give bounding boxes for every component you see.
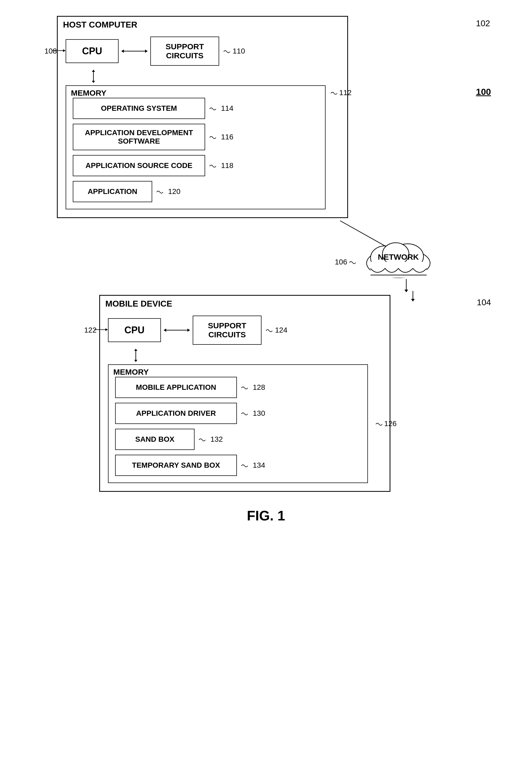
app-box: APPLICATION <box>73 181 152 202</box>
svg-marker-1 <box>63 49 66 52</box>
support-ref-host: 110 <box>223 47 245 55</box>
memory-box-mobile: MEMORY 126 MOBILE APPLICATION <box>108 364 368 483</box>
host-computer-label: HOST COMPUTER <box>63 20 137 30</box>
temp-sandbox-row: TEMPORARY SAND BOX 134 <box>115 455 361 476</box>
svg-marker-3 <box>121 50 124 53</box>
ref122-arrow <box>94 327 108 332</box>
mobile-device-box: MOBILE DEVICE 122 CPU <box>99 295 390 492</box>
tilde-124 <box>265 328 273 333</box>
tilde-132 <box>199 437 206 442</box>
app-row: APPLICATION 120 <box>73 181 318 202</box>
memory-items-mobile: MOBILE APPLICATION 128 APPLICATION DRIVE… <box>115 377 361 476</box>
tilde-106 <box>349 260 357 265</box>
svg-marker-7 <box>92 81 95 83</box>
v-arrow-down-mobile <box>409 291 417 302</box>
app-driver-row: APPLICATION DRIVER 130 <box>115 403 361 424</box>
mobile-device-container: MOBILE DEVICE 122 CPU <box>99 295 390 492</box>
h-double-arrow-mobile <box>164 326 190 334</box>
tilde-110 <box>223 48 231 54</box>
cpu-box-host: CPU <box>66 39 119 63</box>
memory-box-host: MEMORY 112 OPERATING SYSTEM <box>66 85 326 209</box>
network-label: NETWORK <box>378 253 419 262</box>
memory-items-host: OPERATING SYSTEM 114 APPLICATION DEVELOP… <box>73 98 318 202</box>
sandbox-row: SAND BOX 132 <box>115 429 361 450</box>
svg-marker-21 <box>105 328 108 331</box>
network-cloud-container: NETWORK 106 <box>361 234 435 283</box>
cpu-memory-arrow-mobile <box>132 349 382 363</box>
network-section: NETWORK 106 <box>49 218 499 292</box>
os-row: OPERATING SYSTEM 114 <box>73 98 318 119</box>
tilde-120 <box>156 189 164 194</box>
mobile-top-row: 122 CPU <box>108 316 382 345</box>
svg-marker-4 <box>145 50 148 53</box>
tilde-128 <box>241 385 249 390</box>
sandbox-box: SAND BOX <box>115 429 195 450</box>
tilde-134 <box>241 463 249 468</box>
memory-ref-host: 112 <box>330 88 352 97</box>
tilde-118 <box>209 163 217 168</box>
svg-marker-23 <box>164 329 166 332</box>
ref-100-label: 100 <box>476 87 491 97</box>
right-labels-top: 102 100 <box>476 19 491 97</box>
app-driver-box: APPLICATION DRIVER <box>115 403 237 424</box>
tilde-130 <box>241 411 249 416</box>
svg-marker-11 <box>404 290 408 292</box>
tilde-114 <box>209 106 217 111</box>
network-ref-label: 106 <box>335 258 357 266</box>
bottom-section: MOBILE DEVICE 122 CPU <box>41 292 491 492</box>
memory-label-mobile: MEMORY <box>113 368 149 377</box>
svg-marker-26 <box>134 349 137 351</box>
diagram-wrapper: HOST COMPUTER 108 CPU <box>41 11 491 523</box>
tilde-126 <box>375 421 383 426</box>
svg-marker-24 <box>187 329 190 332</box>
asc-box: APPLICATION SOURCE CODE <box>73 155 205 176</box>
ref108-arrow <box>52 48 66 53</box>
os-box: OPERATING SYSTEM <box>73 98 205 119</box>
host-computer-container: HOST COMPUTER 108 CPU <box>57 16 348 218</box>
support-ref-mobile: 124 <box>265 326 287 334</box>
figure-label: FIG. 1 <box>247 508 285 523</box>
tilde-116 <box>209 134 217 140</box>
host-computer-box: HOST COMPUTER 108 CPU <box>57 16 348 218</box>
tilde-112 <box>330 90 338 95</box>
memory-ref-mobile: 126 <box>375 419 397 428</box>
right-label-mobile: 104 <box>477 298 491 307</box>
h-double-arrow <box>121 47 148 55</box>
ads-box: APPLICATION DEVELOPMENTSOFTWARE <box>73 124 205 150</box>
cpu-box-mobile: CPU <box>108 318 161 342</box>
v-double-arrow-mobile <box>132 349 140 362</box>
cpu-support-arrow-mobile <box>164 326 190 334</box>
temp-sandbox-box: TEMPORARY SAND BOX <box>115 455 237 476</box>
memory-label-host: MEMORY <box>71 88 106 97</box>
mobile-device-label: MOBILE DEVICE <box>105 299 172 309</box>
mobile-app-row: MOBILE APPLICATION 128 <box>115 377 361 398</box>
svg-marker-6 <box>92 70 95 72</box>
cpu-memory-arrow-host <box>89 70 339 84</box>
v-double-arrow-host <box>89 70 97 83</box>
svg-marker-19 <box>411 299 415 302</box>
top-section: HOST COMPUTER 108 CPU <box>41 11 491 218</box>
network-mobile-arrow <box>409 291 417 303</box>
support-circuits-box-mobile: SUPPORTCIRCUITS <box>193 316 262 345</box>
host-top-row: 108 CPU <box>66 37 339 66</box>
support-circuits-box-host: SUPPORTCIRCUITS <box>150 37 219 66</box>
cpu-support-arrow <box>121 47 148 55</box>
ads-row: APPLICATION DEVELOPMENTSOFTWARE 116 <box>73 124 318 150</box>
svg-marker-27 <box>134 360 137 362</box>
mobile-app-box: MOBILE APPLICATION <box>115 377 237 398</box>
asc-row: APPLICATION SOURCE CODE 118 <box>73 155 318 176</box>
